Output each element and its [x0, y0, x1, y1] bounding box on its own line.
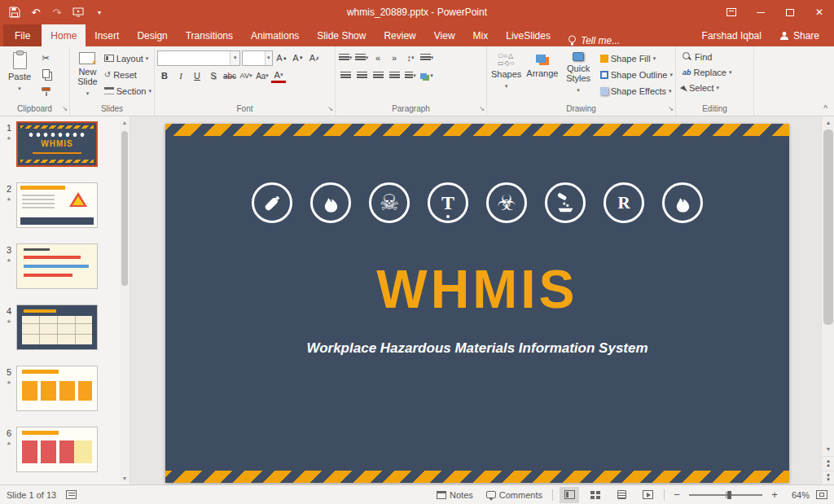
line-spacing-button[interactable]: ↕▾ — [403, 50, 418, 65]
scroll-down-icon[interactable]: ▼ — [822, 443, 834, 455]
bold-button[interactable]: B — [157, 68, 172, 83]
scrollbar-thumb[interactable] — [823, 129, 833, 325]
zoom-slider[interactable] — [689, 494, 762, 496]
shape-effects-button[interactable]: Shape Effects▾ — [600, 83, 673, 99]
columns-button[interactable]: ▾ — [403, 68, 418, 83]
tell-me-tab[interactable]: Tell me... — [560, 35, 628, 46]
drawing-dialog-launcher[interactable]: ↘ — [668, 103, 674, 114]
text-shadow-button[interactable]: S — [206, 68, 221, 83]
zoom-slider-thumb[interactable] — [727, 491, 731, 499]
undo-button[interactable]: ↶ — [29, 6, 42, 19]
slide-thumbnail-6[interactable]: 6★ — [2, 427, 119, 474]
paste-button[interactable]: Paste ▾ — [2, 49, 37, 103]
quick-styles-button[interactable]: Quick Styles ▾ — [561, 49, 595, 103]
account-name[interactable]: Farshad Iqbal — [702, 30, 762, 42]
bullets-button[interactable]: ▾ — [338, 50, 353, 65]
change-case-button[interactable]: Aa▾ — [255, 68, 270, 83]
align-center-button[interactable] — [354, 68, 369, 83]
tab-slide-show[interactable]: Slide Show — [308, 24, 375, 46]
start-slideshow-button[interactable] — [72, 6, 85, 19]
comments-button[interactable]: Comments — [483, 485, 546, 504]
zoom-in-button[interactable]: + — [769, 489, 780, 501]
slide-thumbnail-preview[interactable] — [16, 366, 98, 411]
font-name-input[interactable] — [158, 51, 230, 65]
tab-mix[interactable]: Mix — [464, 24, 498, 46]
text-direction-button[interactable]: ▾ — [419, 50, 434, 65]
shapes-button[interactable]: □○△▭◇○ Shapes ▾ — [489, 49, 523, 103]
customize-qat-dropdown-icon[interactable]: ▾ — [93, 6, 106, 19]
arrange-button[interactable]: Arrange — [525, 49, 560, 103]
tab-design[interactable]: Design — [128, 24, 176, 46]
clipboard-dialog-launcher[interactable]: ↘ — [62, 103, 68, 114]
convert-smartart-button[interactable]: ▾ — [419, 68, 434, 83]
slide-thumbnail-1[interactable]: 1★WHMIS — [2, 121, 119, 169]
zoom-out-button[interactable]: − — [671, 489, 683, 501]
slide-indicator[interactable]: Slide 1 of 13 — [7, 490, 56, 500]
close-button[interactable]: ✕ — [805, 0, 834, 24]
fit-slide-to-window-button[interactable] — [816, 490, 827, 499]
tab-animations[interactable]: Animations — [242, 24, 308, 46]
character-spacing-button[interactable]: AV▾ — [239, 68, 253, 83]
notes-button[interactable]: Notes — [433, 485, 476, 504]
collapse-ribbon-button[interactable]: ^ — [823, 104, 827, 113]
align-right-button[interactable] — [371, 68, 385, 83]
copy-button[interactable] — [38, 66, 53, 81]
strikethrough-button[interactable]: abc — [222, 68, 237, 83]
panel-scrollbar-thumb[interactable] — [121, 131, 128, 286]
slide-thumbnail-2[interactable]: 2★ — [2, 182, 119, 230]
slide-title[interactable]: WHMIS — [165, 261, 789, 318]
slide-sorter-view-button[interactable] — [586, 487, 605, 503]
tab-transitions[interactable]: Transitions — [177, 24, 242, 46]
numbering-button[interactable]: ▾ — [354, 50, 369, 65]
tab-file[interactable]: File — [3, 24, 42, 46]
select-button[interactable]: Select▾ — [683, 80, 751, 95]
slide-thumbnail-preview[interactable] — [16, 305, 98, 350]
shape-fill-button[interactable]: Shape Fill▾ — [600, 50, 673, 66]
slide-thumbnail-preview[interactable] — [16, 182, 98, 228]
font-size-dropdown-icon[interactable]: ▾ — [265, 51, 272, 65]
slide-editor[interactable]: ☠T☣R WHMIS Workplace Hazardous Materials… — [165, 124, 789, 483]
font-size-combo[interactable]: ▾ — [242, 50, 273, 66]
normal-view-button[interactable] — [560, 487, 579, 503]
save-button[interactable] — [8, 6, 21, 19]
share-button[interactable]: Share — [773, 28, 826, 44]
scroll-up-icon[interactable]: ▲ — [822, 116, 834, 129]
font-size-input[interactable] — [243, 51, 265, 65]
slide-thumbnail-preview[interactable]: WHMIS — [16, 121, 98, 167]
tab-view[interactable]: View — [425, 24, 464, 46]
replace-button[interactable]: abReplace▾ — [683, 64, 751, 80]
ribbon-display-options-button[interactable] — [717, 0, 746, 24]
tab-home[interactable]: Home — [42, 24, 86, 46]
slide-thumbnail-4[interactable]: 4★ — [2, 305, 119, 352]
italic-button[interactable]: I — [173, 68, 188, 83]
shape-outline-button[interactable]: Shape Outline▾ — [600, 67, 673, 82]
panel-scroll-up-icon[interactable]: ▲ — [122, 120, 128, 125]
spell-check-icon[interactable] — [66, 490, 77, 499]
grow-font-button[interactable]: A▲ — [274, 50, 289, 65]
redo-button[interactable]: ↷ — [50, 6, 64, 19]
minimize-button[interactable] — [746, 0, 775, 24]
zoom-percentage[interactable]: 64% — [787, 490, 810, 500]
maximize-button[interactable] — [775, 0, 805, 24]
next-slide-button[interactable]: ▼▼ — [822, 471, 834, 484]
tab-insert[interactable]: Insert — [86, 24, 128, 46]
font-color-button[interactable]: A▾ — [271, 68, 286, 83]
vertical-scrollbar[interactable]: ▲ ▼ ▲▲ ▼▼ — [821, 116, 834, 484]
clear-formatting-button[interactable]: A✗ — [307, 50, 322, 65]
layout-button[interactable]: Layout▾ — [104, 50, 151, 66]
panel-scrollbar[interactable]: ▲ ▼ — [120, 120, 129, 481]
format-painter-button[interactable] — [38, 81, 53, 96]
underline-button[interactable]: U — [190, 68, 204, 83]
tab-review[interactable]: Review — [375, 24, 424, 46]
slide-thumbnail-3[interactable]: 3★ — [2, 243, 119, 291]
paragraph-dialog-launcher[interactable]: ↘ — [479, 103, 485, 114]
increase-indent-button[interactable]: » — [387, 50, 402, 65]
find-button[interactable]: Find — [683, 49, 751, 64]
slide-thumbnail-preview[interactable] — [16, 427, 98, 472]
justify-button[interactable] — [387, 68, 402, 83]
reading-view-button[interactable] — [612, 487, 631, 503]
slideshow-view-button[interactable] — [638, 487, 657, 503]
cut-button[interactable]: ✂ — [38, 50, 53, 65]
new-slide-button[interactable]: New Slide ▾ — [72, 49, 103, 103]
section-button[interactable]: Section▾ — [104, 83, 151, 99]
